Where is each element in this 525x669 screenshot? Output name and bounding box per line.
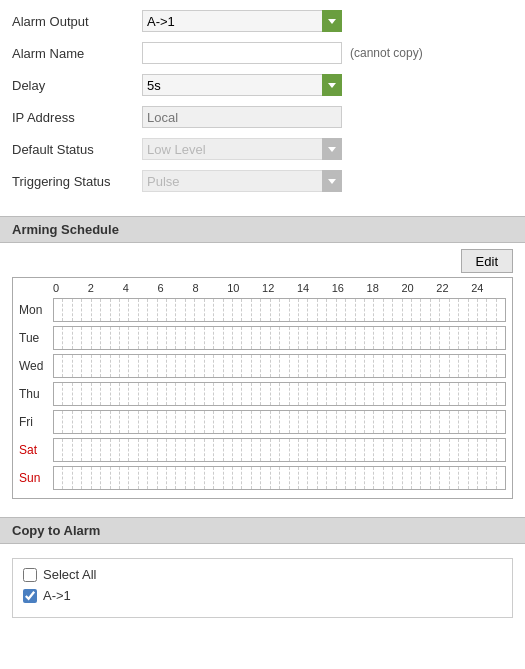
grid-cell[interactable]	[129, 299, 138, 321]
grid-cell[interactable]	[327, 299, 336, 321]
grid-cell[interactable]	[205, 327, 214, 349]
grid-cell[interactable]	[195, 467, 204, 489]
grid-cell[interactable]	[271, 439, 280, 461]
grid-cell[interactable]	[224, 299, 233, 321]
grid-cell[interactable]	[469, 439, 478, 461]
grid-cell[interactable]	[101, 411, 110, 433]
grid-cell[interactable]	[431, 411, 440, 433]
grid-cell[interactable]	[111, 383, 120, 405]
grid-cell[interactable]	[139, 299, 148, 321]
grid-cell[interactable]	[73, 355, 82, 377]
grid-cell[interactable]	[365, 299, 374, 321]
grid-cell[interactable]	[374, 355, 383, 377]
grid-cell[interactable]	[271, 411, 280, 433]
grid-cell[interactable]	[186, 327, 195, 349]
grid-cell[interactable]	[261, 299, 270, 321]
grid-cell[interactable]	[318, 467, 327, 489]
grid-cell[interactable]	[403, 439, 412, 461]
grid-cell[interactable]	[497, 299, 505, 321]
grid-cell[interactable]	[318, 355, 327, 377]
grid-cell[interactable]	[487, 299, 496, 321]
grid-cell[interactable]	[440, 383, 449, 405]
grid-cell[interactable]	[327, 355, 336, 377]
grid-cell[interactable]	[271, 383, 280, 405]
grid-cell[interactable]	[167, 411, 176, 433]
grid-cell[interactable]	[271, 467, 280, 489]
grid-cell[interactable]	[148, 439, 157, 461]
grid-cell[interactable]	[242, 411, 251, 433]
grid-cell[interactable]	[214, 299, 223, 321]
grid-cell[interactable]	[431, 467, 440, 489]
grid-cell[interactable]	[214, 467, 223, 489]
grid-cell[interactable]	[101, 327, 110, 349]
grid-cell[interactable]	[158, 355, 167, 377]
grid-cell[interactable]	[487, 411, 496, 433]
grid-cell[interactable]	[73, 383, 82, 405]
day-grid[interactable]	[53, 438, 506, 462]
grid-cell[interactable]	[92, 383, 101, 405]
grid-cell[interactable]	[63, 299, 72, 321]
grid-cell[interactable]	[54, 355, 63, 377]
grid-cell[interactable]	[365, 439, 374, 461]
grid-cell[interactable]	[252, 411, 261, 433]
grid-cell[interactable]	[290, 299, 299, 321]
grid-cell[interactable]	[487, 327, 496, 349]
alarm-name-input[interactable]	[142, 42, 342, 64]
grid-cell[interactable]	[421, 299, 430, 321]
day-grid[interactable]	[53, 326, 506, 350]
grid-cell[interactable]	[54, 439, 63, 461]
grid-cell[interactable]	[403, 299, 412, 321]
grid-cell[interactable]	[337, 299, 346, 321]
grid-cell[interactable]	[252, 327, 261, 349]
grid-cell[interactable]	[459, 299, 468, 321]
grid-cell[interactable]	[186, 383, 195, 405]
grid-cell[interactable]	[450, 355, 459, 377]
grid-cell[interactable]	[111, 327, 120, 349]
grid-cell[interactable]	[186, 355, 195, 377]
grid-cell[interactable]	[252, 355, 261, 377]
grid-cell[interactable]	[318, 439, 327, 461]
triggering-status-select[interactable]: Pulse	[142, 170, 342, 192]
grid-cell[interactable]	[327, 467, 336, 489]
grid-cell[interactable]	[176, 299, 185, 321]
grid-cell[interactable]	[384, 299, 393, 321]
grid-cell[interactable]	[120, 383, 129, 405]
grid-cell[interactable]	[384, 439, 393, 461]
grid-cell[interactable]	[412, 327, 421, 349]
grid-cell[interactable]	[261, 467, 270, 489]
day-grid[interactable]	[53, 354, 506, 378]
grid-cell[interactable]	[186, 467, 195, 489]
grid-cell[interactable]	[374, 327, 383, 349]
grid-cell[interactable]	[384, 327, 393, 349]
grid-cell[interactable]	[139, 383, 148, 405]
grid-cell[interactable]	[318, 299, 327, 321]
grid-cell[interactable]	[158, 411, 167, 433]
grid-cell[interactable]	[403, 411, 412, 433]
grid-cell[interactable]	[176, 327, 185, 349]
grid-cell[interactable]	[421, 383, 430, 405]
grid-cell[interactable]	[167, 327, 176, 349]
grid-cell[interactable]	[158, 383, 167, 405]
grid-cell[interactable]	[299, 467, 308, 489]
grid-cell[interactable]	[337, 383, 346, 405]
grid-cell[interactable]	[431, 327, 440, 349]
grid-cell[interactable]	[421, 411, 430, 433]
day-grid[interactable]	[53, 298, 506, 322]
grid-cell[interactable]	[224, 327, 233, 349]
grid-cell[interactable]	[299, 383, 308, 405]
grid-cell[interactable]	[242, 383, 251, 405]
grid-cell[interactable]	[111, 355, 120, 377]
grid-cell[interactable]	[54, 411, 63, 433]
grid-cell[interactable]	[139, 439, 148, 461]
grid-cell[interactable]	[271, 355, 280, 377]
grid-cell[interactable]	[111, 467, 120, 489]
grid-cell[interactable]	[459, 467, 468, 489]
alarm-output-select[interactable]: A->1	[142, 10, 342, 32]
grid-cell[interactable]	[290, 355, 299, 377]
grid-cell[interactable]	[478, 439, 487, 461]
grid-cell[interactable]	[459, 383, 468, 405]
grid-cell[interactable]	[205, 355, 214, 377]
delay-select[interactable]: 5s	[142, 74, 342, 96]
grid-cell[interactable]	[252, 439, 261, 461]
grid-cell[interactable]	[440, 327, 449, 349]
